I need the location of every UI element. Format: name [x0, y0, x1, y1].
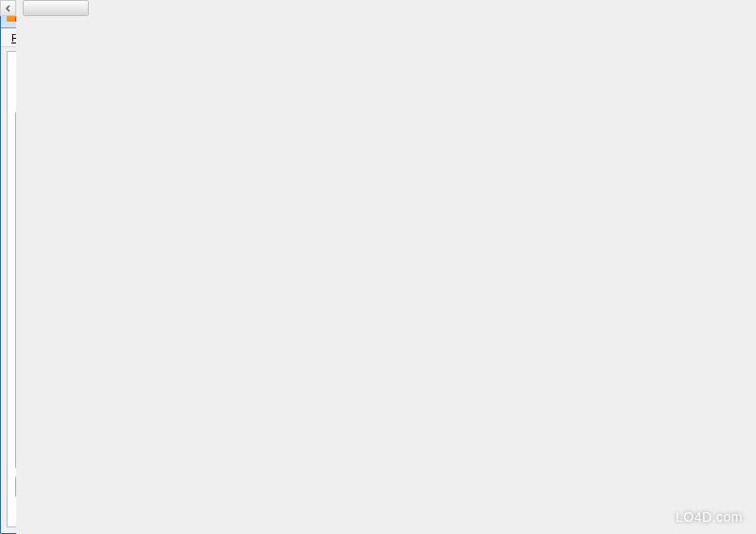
app-window: Recovery Toolbox for Outlook (Personal r…	[0, 0, 756, 534]
scroll-left-button[interactable]	[0, 0, 16, 16]
content: PREVIEW of data to be recovered Inspect …	[7, 51, 749, 527]
folders-pane: Folders Top of Personal Folders (1 Calen…	[15, 112, 219, 468]
scroll-thumb[interactable]	[23, 0, 89, 16]
